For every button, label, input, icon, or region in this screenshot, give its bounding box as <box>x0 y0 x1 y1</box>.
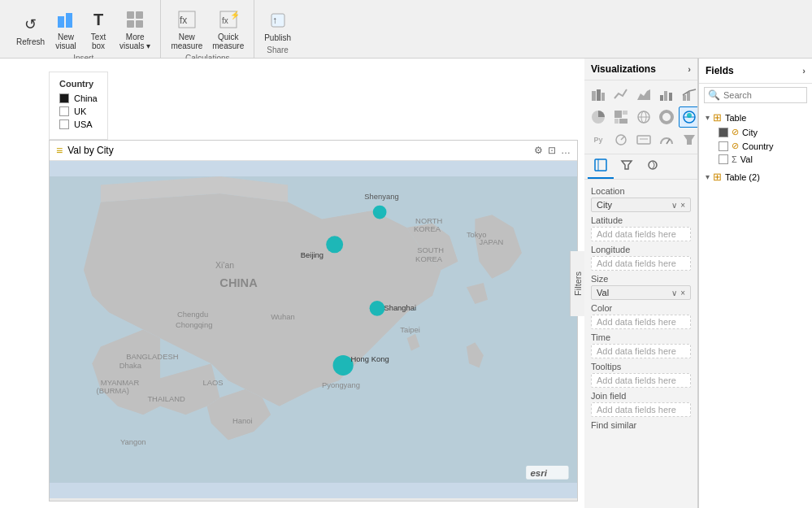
location-label: Location <box>591 186 691 196</box>
viz-pie-icon[interactable] <box>588 106 609 128</box>
legend-swatch-china <box>59 93 69 103</box>
color-label: Color <box>591 303 691 313</box>
svg-line-49 <box>621 137 624 140</box>
longitude-placeholder[interactable]: Add data fields here <box>591 256 691 271</box>
viz-bar-icon[interactable] <box>588 84 609 105</box>
svg-rect-32 <box>614 119 619 124</box>
viz-line-icon[interactable] <box>610 84 632 105</box>
svg-rect-2 <box>127 11 134 19</box>
quick-measure-icon: fx⚡ <box>217 8 240 31</box>
taipei-label: Taipei <box>400 325 420 334</box>
map-svg-area: CHINA Xi'an Chengdu Chongqing Wuhan NORT… <box>50 161 577 498</box>
new-measure-icon: fx <box>176 8 198 31</box>
thailand-label: THAILAND <box>147 394 185 403</box>
beijing-point[interactable] <box>326 236 343 253</box>
city-checkbox[interactable] <box>719 128 728 137</box>
size-val-pill[interactable]: Val ∨ × <box>591 285 691 300</box>
refresh-icon: ↺ <box>20 13 42 36</box>
city-pill-x[interactable]: × <box>680 201 685 210</box>
share-group-label: Share <box>267 46 289 54</box>
viz-combo-icon[interactable] <box>679 84 698 105</box>
table-expand[interactable]: ▾ ⊞ Table <box>702 110 809 125</box>
country-checkbox[interactable] <box>719 141 728 151</box>
tab-filter[interactable] <box>614 154 640 179</box>
publish-button[interactable]: ↑ Publish <box>261 7 294 44</box>
shanghai-label: Shanghai <box>384 303 416 312</box>
viz-map-icon[interactable] <box>633 106 654 128</box>
time-placeholder[interactable]: Add data fields here <box>591 344 691 358</box>
tab-analytics[interactable] <box>640 154 666 179</box>
viz-treemap-icon[interactable] <box>610 106 632 128</box>
color-placeholder[interactable]: Add data fields here <box>591 315 691 329</box>
shenyang-point[interactable] <box>373 206 387 219</box>
new-visual-button[interactable]: Newvisual <box>51 7 80 52</box>
canvas-area: Country China UK USA Filters ≡ Va <box>0 59 584 508</box>
city-pill-down[interactable]: ∨ <box>671 201 677 210</box>
table2-chevron-icon: ▾ <box>706 172 710 181</box>
latitude-placeholder[interactable]: Add data fields here <box>591 227 691 241</box>
svg-text:esri: esri <box>530 468 547 478</box>
viz-funnel-icon[interactable] <box>679 129 698 150</box>
val-pill-down[interactable]: ∨ <box>671 289 677 297</box>
tooltips-placeholder[interactable]: Add data fields here <box>591 373 691 388</box>
fields-search[interactable]: 🔍 <box>704 87 807 103</box>
val-pill-x[interactable]: × <box>680 289 685 297</box>
location-city-pill[interactable]: City ∨ × <box>591 198 691 212</box>
refresh-button[interactable]: ↺ Refresh <box>13 11 48 48</box>
viz-bubble-map-icon[interactable] <box>679 106 698 128</box>
table2-name: Table (2) <box>725 172 760 182</box>
more-icon[interactable]: … <box>561 145 571 156</box>
svg-marker-53 <box>684 135 695 145</box>
visualizations-panel: Visualizations › <box>584 59 698 508</box>
table2-expand[interactable]: ▾ ⊞ Table (2) <box>702 169 809 185</box>
legend: Country China UK USA <box>49 72 108 140</box>
fields-search-input[interactable] <box>723 90 788 100</box>
viz-py-icon[interactable]: Py <box>588 129 609 150</box>
shanghai-point[interactable] <box>370 301 385 316</box>
legend-label-usa: USA <box>74 119 93 129</box>
field-city[interactable]: ⊘ City <box>702 125 809 139</box>
latitude-label: Latitude <box>591 215 691 225</box>
viz-column-icon[interactable] <box>656 84 677 105</box>
fields-close-icon[interactable]: › <box>802 66 805 76</box>
hamburger-icon[interactable]: ≡ <box>56 144 63 157</box>
legend-swatch-usa <box>59 119 69 129</box>
find-similar-label: Find similar <box>591 420 691 430</box>
tab-location[interactable] <box>588 154 614 179</box>
svg-rect-33 <box>619 119 627 124</box>
svg-rect-30 <box>614 111 622 118</box>
fields-panel: Fields › 🔍 ▾ ⊞ Table ⊘ City <box>698 59 812 508</box>
new-measure-button[interactable]: fx Newmeasure <box>167 7 206 52</box>
viz-panel-expand[interactable]: › <box>688 64 691 74</box>
north-korea-label: NORTH <box>415 216 442 225</box>
wuhan-label: Wuhan <box>271 312 295 321</box>
viz-card-icon[interactable] <box>633 129 654 150</box>
legend-swatch-uk <box>59 106 69 116</box>
shenyang-label: Shenyang <box>364 192 398 201</box>
join-field-label: Join field <box>591 391 691 401</box>
filters-label: Filters <box>573 271 583 296</box>
viz-kpi-icon[interactable] <box>610 129 632 150</box>
field-country[interactable]: ⊘ Country <box>702 139 809 153</box>
svg-rect-17 <box>597 89 601 101</box>
xian-label: Xi'an <box>215 261 234 270</box>
filters-tab[interactable]: Filters <box>570 251 584 316</box>
svg-rect-18 <box>601 93 605 101</box>
viz-gauge-icon[interactable] <box>656 129 677 150</box>
viz-area-icon[interactable] <box>633 84 654 105</box>
beijing-label: Beijing <box>301 250 323 259</box>
expand-icon[interactable]: ⊡ <box>548 145 556 156</box>
quick-measure-button[interactable]: fx⚡ Quickmeasure <box>209 7 247 52</box>
more-visuals-button[interactable]: Morevisuals ▾ <box>116 7 154 52</box>
filter-icon[interactable]: ⚙ <box>534 145 543 156</box>
field-val[interactable]: Σ Val <box>702 153 809 166</box>
legend-item-usa: USA <box>59 119 98 129</box>
val-checkbox[interactable] <box>719 154 728 164</box>
viz-donut-icon[interactable] <box>656 106 677 128</box>
text-box-button[interactable]: T Textbox <box>84 7 113 52</box>
join-field-placeholder[interactable]: Add data fields here <box>591 402 691 417</box>
map-visual: ≡ Val by City ⚙ ⊡ … <box>49 140 578 501</box>
svg-rect-22 <box>669 93 672 101</box>
main-area: Country China UK USA Filters ≡ Va <box>0 59 812 508</box>
north-korea-label2: KOREA <box>414 224 441 233</box>
